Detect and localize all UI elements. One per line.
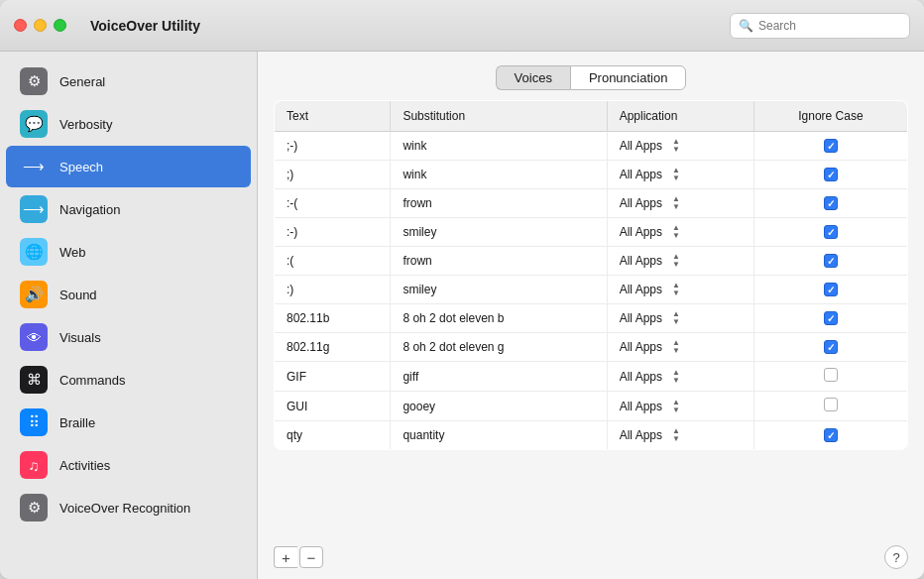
cell-application-3: All Apps▲▼ — [607, 218, 753, 247]
sidebar-item-verbosity[interactable]: 💬Verbosity — [6, 103, 251, 145]
sidebar-item-general[interactable]: ⚙General — [6, 60, 251, 102]
checkbox-ignore-9[interactable] — [824, 398, 838, 411]
main-panel: VoicesPronunciation TextSubstitutionAppl… — [258, 52, 924, 579]
sidebar-label-sound: Sound — [59, 288, 97, 302]
sidebar-item-voiceover[interactable]: ⚙VoiceOver Recognition — [6, 487, 251, 528]
sidebar-item-sound[interactable]: 🔊Sound — [6, 274, 251, 315]
cell-ignore-case-9[interactable] — [753, 392, 907, 421]
checkbox-ignore-1[interactable] — [824, 168, 838, 181]
checkbox-ignore-8[interactable] — [824, 368, 838, 382]
commands-icon: ⌘ — [20, 366, 48, 394]
app-stepper-6[interactable]: ▲▼ — [672, 310, 680, 326]
cell-ignore-case-3[interactable] — [753, 218, 907, 247]
checkbox-ignore-3[interactable] — [824, 225, 838, 239]
table-row[interactable]: GIFgiffAll Apps▲▼ — [275, 362, 908, 392]
traffic-lights — [14, 19, 66, 32]
braille-icon: ⠿ — [20, 408, 48, 436]
cell-substitution-1: wink — [391, 161, 607, 189]
cell-ignore-case-8[interactable] — [753, 362, 907, 392]
sidebar-item-activities[interactable]: ♫Activities — [6, 444, 251, 486]
cell-ignore-case-5[interactable] — [753, 276, 907, 304]
verbosity-icon: 💬 — [20, 110, 48, 138]
table-row[interactable]: ;)winkAll Apps▲▼ — [275, 161, 908, 189]
table-row[interactable]: :)smileyAll Apps▲▼ — [275, 276, 908, 304]
tab-voices[interactable]: Voices — [496, 65, 570, 90]
remove-button[interactable]: − — [299, 546, 323, 568]
checkbox-ignore-4[interactable] — [824, 254, 838, 268]
cell-text-7: 802.11g — [275, 333, 391, 362]
close-button[interactable] — [14, 19, 27, 32]
table-row[interactable]: :-)smileyAll Apps▲▼ — [275, 218, 908, 247]
col-header-text: Text — [275, 101, 391, 132]
cell-substitution-6: 8 oh 2 dot eleven b — [391, 304, 607, 333]
sidebar-item-commands[interactable]: ⌘Commands — [6, 359, 251, 401]
app-stepper-5[interactable]: ▲▼ — [672, 282, 680, 297]
cell-ignore-case-10[interactable] — [753, 421, 907, 450]
pronunciation-table: TextSubstitutionApplicationIgnore Case ;… — [274, 100, 908, 450]
app-stepper-7[interactable]: ▲▼ — [672, 339, 680, 355]
sidebar-item-web[interactable]: 🌐Web — [6, 231, 251, 273]
tab-bar: VoicesPronunciation — [258, 52, 924, 100]
app-stepper-1[interactable]: ▲▼ — [672, 167, 680, 182]
cell-application-6: All Apps▲▼ — [607, 304, 753, 333]
search-icon: 🔍 — [739, 19, 753, 33]
cell-text-10: qty — [275, 421, 391, 450]
sidebar-item-braille[interactable]: ⠿Braille — [6, 402, 251, 443]
checkbox-ignore-5[interactable] — [824, 283, 838, 296]
sidebar-label-verbosity: Verbosity — [59, 117, 112, 132]
checkbox-ignore-0[interactable] — [824, 139, 838, 153]
sidebar-label-general: General — [59, 74, 105, 89]
minimize-button[interactable] — [34, 19, 47, 32]
search-box[interactable]: 🔍 — [730, 13, 910, 39]
cell-text-9: GUI — [275, 392, 391, 421]
cell-ignore-case-0[interactable] — [753, 132, 907, 161]
bottom-bar: + − ? — [258, 535, 924, 579]
visuals-icon: 👁 — [20, 323, 48, 351]
app-stepper-0[interactable]: ▲▼ — [672, 138, 680, 154]
checkbox-ignore-7[interactable] — [824, 340, 838, 354]
cell-application-10: All Apps▲▼ — [607, 421, 753, 450]
sidebar-item-speech[interactable]: ⟶Speech — [6, 146, 251, 187]
app-stepper-4[interactable]: ▲▼ — [672, 253, 680, 269]
table-header-row: TextSubstitutionApplicationIgnore Case — [275, 101, 908, 132]
table-row[interactable]: ;-)winkAll Apps▲▼ — [275, 132, 908, 161]
app-stepper-9[interactable]: ▲▼ — [672, 399, 680, 414]
checkbox-ignore-2[interactable] — [824, 196, 838, 210]
app-stepper-10[interactable]: ▲▼ — [672, 427, 680, 443]
sound-icon: 🔊 — [20, 281, 48, 308]
help-button[interactable]: ? — [884, 545, 908, 569]
cell-application-7: All Apps▲▼ — [607, 333, 753, 362]
search-input[interactable] — [758, 19, 897, 33]
table-row[interactable]: :-( frownAll Apps▲▼ — [275, 189, 908, 218]
table-row[interactable]: GUIgooeyAll Apps▲▼ — [275, 392, 908, 421]
cell-text-0: ;-) — [275, 132, 391, 161]
app-stepper-2[interactable]: ▲▼ — [672, 195, 680, 211]
app-stepper-3[interactable]: ▲▼ — [672, 224, 680, 240]
cell-application-5: All Apps▲▼ — [607, 276, 753, 304]
cell-ignore-case-6[interactable] — [753, 304, 907, 333]
table-row[interactable]: 802.11g8 oh 2 dot eleven gAll Apps▲▼ — [275, 333, 908, 362]
cell-ignore-case-7[interactable] — [753, 333, 907, 362]
cell-ignore-case-4[interactable] — [753, 247, 907, 276]
table-row[interactable]: 802.11b8 oh 2 dot eleven bAll Apps▲▼ — [275, 304, 908, 333]
cell-ignore-case-2[interactable] — [753, 189, 907, 218]
table-row[interactable]: qtyquantityAll Apps▲▼ — [275, 421, 908, 450]
maximize-button[interactable] — [54, 19, 66, 32]
cell-application-9: All Apps▲▼ — [607, 392, 753, 421]
sidebar-item-visuals[interactable]: 👁Visuals — [6, 316, 251, 358]
table-container[interactable]: TextSubstitutionApplicationIgnore Case ;… — [258, 100, 924, 535]
checkbox-ignore-6[interactable] — [824, 311, 838, 325]
cell-text-4: :( — [275, 247, 391, 276]
app-stepper-8[interactable]: ▲▼ — [672, 369, 680, 385]
table-row[interactable]: :(frownAll Apps▲▼ — [275, 247, 908, 276]
activities-icon: ♫ — [20, 451, 48, 479]
col-header-application: Application — [607, 101, 753, 132]
tab-pronunciation[interactable]: Pronunciation — [570, 65, 687, 90]
cell-text-1: ;) — [275, 161, 391, 189]
sidebar-item-navigation[interactable]: ⟶Navigation — [6, 188, 251, 230]
add-button[interactable]: + — [274, 546, 297, 568]
cell-ignore-case-1[interactable] — [753, 161, 907, 189]
sidebar-label-commands: Commands — [59, 373, 125, 388]
checkbox-ignore-10[interactable] — [824, 428, 838, 442]
cell-substitution-5: smiley — [391, 276, 607, 304]
